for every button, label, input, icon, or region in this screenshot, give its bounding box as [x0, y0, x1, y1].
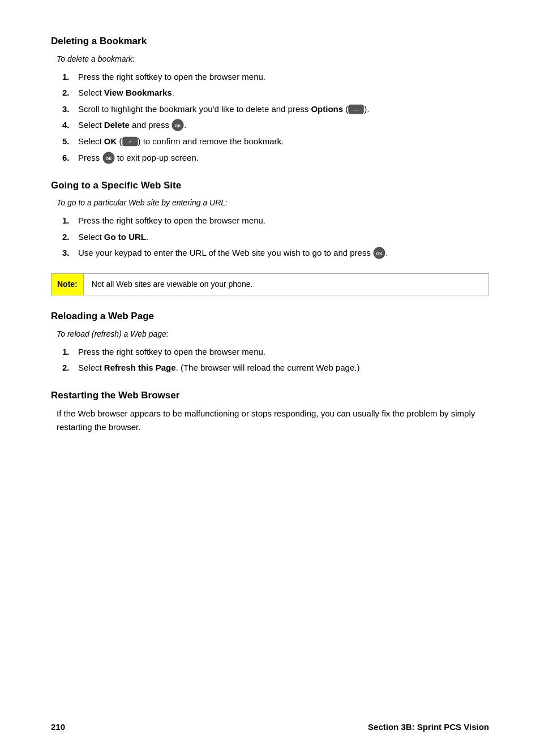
- section-going: Going to a Specific Web Site To go to a …: [51, 178, 489, 260]
- svg-text:…: …: [354, 107, 358, 112]
- step-number: 1.: [62, 346, 78, 359]
- step-number: 1.: [62, 214, 78, 227]
- step-delete-1: 1. Press the right softkey to open the b…: [62, 71, 489, 84]
- section-title-deleting: Deleting a Bookmark: [51, 34, 489, 49]
- footer-section-label: Section 3B: Sprint PCS Vision: [368, 721, 489, 734]
- step-number: 1.: [62, 71, 78, 84]
- step-text: Press OK to exit pop-up screen.: [78, 152, 489, 165]
- note-label: Note:: [52, 274, 84, 295]
- step-number: 6.: [62, 152, 78, 165]
- page: Deleting a Bookmark To delete a bookmark…: [0, 0, 540, 756]
- step-text: Select View Bookmarks.: [78, 87, 489, 100]
- ok-softkey-icon: ✓: [122, 136, 138, 147]
- step-text: Press the right softkey to open the brow…: [78, 346, 489, 359]
- section-title-going: Going to a Specific Web Site: [51, 178, 489, 193]
- steps-going: 1. Press the right softkey to open the b…: [62, 214, 489, 260]
- step-number: 3.: [62, 103, 78, 116]
- section-deleting: Deleting a Bookmark To delete a bookmark…: [51, 34, 489, 165]
- step-number: 3.: [62, 247, 78, 260]
- steps-reloading: 1. Press the right softkey to open the b…: [62, 346, 489, 375]
- step-reload-1: 1. Press the right softkey to open the b…: [62, 346, 489, 359]
- step-delete-3: 3. Scroll to highlight the bookmark you'…: [62, 103, 489, 116]
- note-box: Note: Not all Web sites are viewable on …: [51, 273, 489, 295]
- step-text: Select Refresh this Page. (The browser w…: [78, 362, 489, 375]
- step-going-2: 2. Select Go to URL.: [62, 231, 489, 244]
- step-delete-5: 5. Select OK (✓) to confirm and remove t…: [62, 135, 489, 148]
- step-text: Use your keypad to enter the URL of the …: [78, 247, 489, 260]
- section-reloading: Reloading a Web Page To reload (refresh)…: [51, 309, 489, 375]
- step-delete-4: 4. Select Delete and press OK.: [62, 119, 489, 132]
- step-number: 2.: [62, 231, 78, 244]
- step-going-1: 1. Press the right softkey to open the b…: [62, 214, 489, 227]
- step-delete-6: 6. Press OK to exit pop-up screen.: [62, 152, 489, 165]
- step-text: Select Delete and press OK.: [78, 119, 489, 132]
- steps-deleting: 1. Press the right softkey to open the b…: [62, 71, 489, 165]
- restarting-body: If the Web browser appears to be malfunc…: [57, 407, 489, 434]
- bold-text: Refresh this Page: [104, 363, 176, 372]
- step-text: Scroll to highlight the bookmark you'd l…: [78, 103, 489, 116]
- subheading-reloading: To reload (refresh) a Web page:: [57, 328, 489, 340]
- note-text: Not all Web sites are viewable on your p…: [84, 274, 261, 295]
- ok-circle-icon: OK: [172, 119, 184, 131]
- bold-text: Delete: [104, 120, 130, 130]
- svg-text:✓: ✓: [128, 139, 132, 144]
- svg-text:OK: OK: [376, 251, 383, 256]
- step-delete-2: 2. Select View Bookmarks.: [62, 87, 489, 100]
- step-text: Select Go to URL.: [78, 231, 489, 244]
- ok-circle-icon-2: OK: [102, 152, 115, 164]
- step-text: Press the right softkey to open the brow…: [78, 214, 489, 227]
- ok-circle-icon-3: OK: [373, 247, 385, 259]
- bold-text: OK: [104, 136, 117, 146]
- svg-text:OK: OK: [105, 156, 112, 161]
- svg-text:OK: OK: [175, 123, 182, 128]
- bold-text: Options: [311, 104, 343, 114]
- step-number: 4.: [62, 119, 78, 132]
- footer: 210 Section 3B: Sprint PCS Vision: [51, 721, 489, 734]
- step-number: 5.: [62, 135, 78, 148]
- footer-page-number: 210: [51, 721, 65, 734]
- subheading-deleting: To delete a bookmark:: [57, 53, 489, 65]
- bold-text: View Bookmarks: [104, 88, 172, 97]
- options-icon: …: [348, 104, 364, 114]
- step-number: 2.: [62, 87, 78, 100]
- step-text: Press the right softkey to open the brow…: [78, 71, 489, 84]
- step-going-3: 3. Use your keypad to enter the URL of t…: [62, 247, 489, 260]
- step-number: 2.: [62, 362, 78, 375]
- section-restarting: Restarting the Web Browser If the Web br…: [51, 388, 489, 435]
- step-text: Select OK (✓) to confirm and remove the …: [78, 135, 489, 148]
- subheading-going: To go to a particular Web site by enteri…: [57, 197, 489, 209]
- bold-text: Go to URL: [104, 232, 146, 242]
- step-reload-2: 2. Select Refresh this Page. (The browse…: [62, 362, 489, 375]
- section-title-restarting: Restarting the Web Browser: [51, 388, 489, 403]
- section-title-reloading: Reloading a Web Page: [51, 309, 489, 324]
